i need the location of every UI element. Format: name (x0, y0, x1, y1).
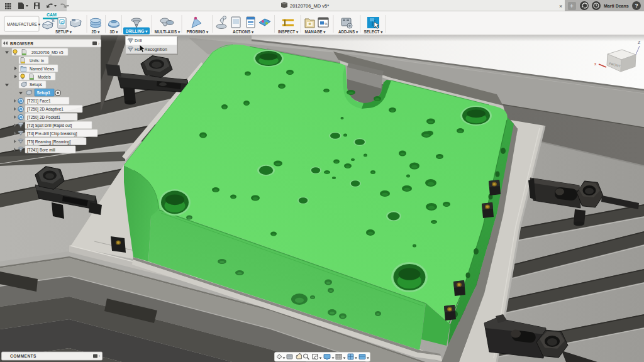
svg-text:Drill: Drill (135, 38, 142, 43)
svg-text:[T250] 2D Pocket1: [T250] 2D Pocket1 (27, 115, 60, 120)
svg-text:INSPECT ▾: INSPECT ▾ (278, 30, 299, 34)
svg-text:BROWSER: BROWSER (10, 41, 33, 46)
svg-text:%: % (325, 22, 328, 26)
svg-text:Units: in: Units: in (30, 58, 45, 63)
svg-text:SETUP ▾: SETUP ▾ (55, 30, 72, 34)
svg-text:20120706_MD v5*: 20120706_MD v5* (290, 3, 329, 9)
svg-text:[T250] 2D Adaptive1: [T250] 2D Adaptive1 (27, 107, 64, 112)
svg-text:ACTIONS ▾: ACTIONS ▾ (233, 30, 254, 34)
svg-text:Setups: Setups (30, 82, 42, 87)
svg-text:Models: Models (38, 75, 51, 79)
svg-text:PROBING ▾: PROBING ▾ (187, 30, 209, 34)
svg-text:MANUFACTURE ▾: MANUFACTURE ▾ (7, 22, 41, 26)
svg-text:3D ▾: 3D ▾ (110, 30, 119, 34)
svg-text:MULTI-AXIS ▾: MULTI-AXIS ▾ (155, 30, 180, 34)
svg-text:ADD-INS ▾: ADD-INS ▾ (338, 30, 358, 34)
svg-text:2D ▾: 2D ▾ (92, 30, 101, 34)
svg-text:+: + (570, 3, 574, 9)
svg-text:MANAGE ▾: MANAGE ▾ (305, 30, 326, 34)
svg-text:?: ? (635, 3, 638, 9)
svg-text:SELECT ▾: SELECT ▾ (364, 30, 384, 34)
svg-text:G: G (61, 21, 64, 25)
svg-text:COMMENTS: COMMENTS (10, 354, 36, 358)
svg-text:[T201] Face1: [T201] Face1 (27, 99, 51, 104)
svg-text:×: × (559, 3, 562, 9)
svg-text:›: › (99, 354, 100, 358)
svg-text:[T4] Pre-drill [Chip breaking]: [T4] Pre-drill [Chip breaking] (27, 131, 77, 136)
svg-text:[T2] Spot Drill [Rapid out]: [T2] Spot Drill [Rapid out] (27, 123, 72, 128)
svg-text:Named Views: Named Views (30, 67, 54, 71)
svg-text:20120706_MD v5: 20120706_MD v5 (31, 50, 64, 55)
svg-text:Setup1: Setup1 (37, 90, 51, 96)
svg-text:›: › (98, 41, 99, 46)
svg-text:CAM: CAM (47, 13, 57, 17)
svg-text:Marti Deans: Marti Deans (604, 4, 629, 8)
svg-text:[T5] Reaming [Reaming]: [T5] Reaming [Reaming] (27, 140, 70, 145)
svg-text:[T241] Bore mill: [T241] Bore mill (27, 148, 55, 153)
svg-text:DRILLING ▾: DRILLING ▾ (126, 29, 148, 33)
